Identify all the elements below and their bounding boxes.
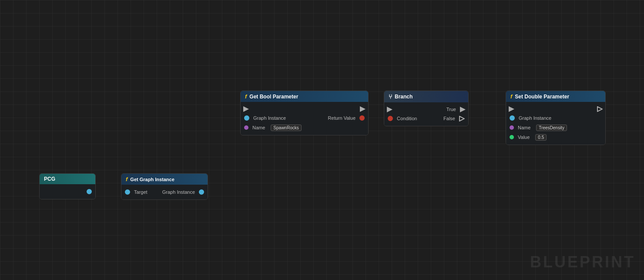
get-bool-name-value[interactable]: SpawnRocks [271, 125, 301, 131]
set-double-exec-in-icon [509, 106, 514, 112]
get-bool-return-label: Return Value [328, 115, 356, 121]
get-graph-target-label: Target [134, 189, 148, 195]
blueprint-watermark: BLUEPRINT [530, 253, 635, 271]
get-bool-return-pin[interactable] [359, 115, 365, 121]
branch-true-exec-out-icon [460, 107, 466, 112]
branch-condition-row: Condition False [384, 114, 468, 123]
get-bool-title: Get Bool Parameter [249, 94, 298, 100]
get-bool-exec-row [241, 105, 368, 113]
branch-exec-in-icon [387, 107, 392, 112]
set-double-exec-row [506, 105, 605, 113]
set-double-name-pin[interactable] [510, 125, 514, 130]
svg-marker-3 [360, 106, 366, 112]
node-set-double-parameter[interactable]: f Set Double Parameter Graph Instance Na… [506, 91, 606, 145]
node-branch[interactable]: ⑂ Branch True Condition False [384, 91, 469, 126]
get-bool-name-row: Name SpawnRocks [241, 123, 368, 132]
set-double-body: Graph Instance Name TreesDensity Value 0… [506, 102, 605, 145]
branch-true-label: True [446, 107, 456, 112]
set-double-name-label: Name [518, 125, 530, 130]
get-graph-header: f Get Graph Instance [121, 174, 208, 185]
branch-exec-row: True [384, 105, 468, 114]
set-double-graph-pin[interactable] [510, 115, 515, 121]
set-double-function-icon: f [510, 93, 512, 100]
function-icon: f [126, 176, 127, 182]
set-double-value-pin[interactable] [510, 135, 514, 139]
pcg-title: PCG [44, 176, 55, 182]
node-pcg[interactable]: PCG [39, 173, 96, 199]
get-graph-target-pin[interactable] [125, 189, 130, 195]
node-get-bool-parameter[interactable]: f Get Bool Parameter Graph Instance Retu… [240, 91, 369, 135]
get-bool-function-icon: f [245, 93, 247, 100]
svg-marker-8 [597, 107, 602, 111]
branch-header: ⑂ Branch [384, 91, 468, 102]
set-double-value-label: Value [518, 135, 530, 140]
svg-marker-4 [387, 107, 392, 112]
branch-title: Branch [395, 94, 413, 100]
get-bool-header: f Get Bool Parameter [241, 91, 368, 102]
set-double-exec-out-icon [597, 106, 603, 112]
svg-marker-7 [509, 106, 514, 112]
set-double-value-value[interactable]: 0.5 [535, 134, 547, 141]
get-bool-exec-out-icon [360, 106, 366, 112]
pcg-output-pin[interactable] [87, 189, 92, 194]
set-double-name-value[interactable]: TreesDensity [536, 125, 567, 131]
branch-condition-label: Condition [397, 116, 417, 121]
set-double-value-row: Value 0.5 [506, 132, 605, 142]
set-double-title: Set Double Parameter [515, 94, 569, 100]
get-bool-body: Graph Instance Return Value Name SpawnRo… [241, 102, 368, 135]
branch-false-exec-out-icon [459, 116, 465, 121]
svg-marker-2 [243, 106, 249, 112]
set-double-header: f Set Double Parameter [506, 91, 605, 102]
pcg-node-body [40, 184, 95, 199]
get-graph-output-label: Graph Instance [162, 189, 195, 195]
get-bool-exec-in-icon [243, 106, 249, 112]
branch-false-label: False [443, 116, 455, 121]
get-bool-graph-label: Graph Instance [253, 115, 286, 121]
svg-marker-6 [460, 116, 464, 121]
pcg-output-row [40, 187, 95, 196]
branch-body: True Condition False [384, 102, 468, 126]
node-get-graph-instance[interactable]: f Get Graph Instance Target Graph Instan… [121, 173, 208, 200]
set-double-graph-label: Graph Instance [519, 115, 551, 121]
pcg-node-header: PCG [40, 174, 95, 184]
branch-icon: ⑂ [389, 93, 392, 100]
get-graph-target-row: Target Graph Instance [121, 187, 208, 197]
get-bool-graph-instance-row: Graph Instance Return Value [241, 113, 368, 123]
svg-marker-5 [460, 107, 466, 112]
branch-condition-pin[interactable] [388, 116, 393, 121]
set-double-name-row: Name TreesDensity [506, 123, 605, 132]
get-bool-graph-in-pin[interactable] [244, 115, 249, 121]
set-double-graph-row: Graph Instance [506, 113, 605, 123]
get-bool-name-label: Name [252, 125, 265, 130]
get-graph-title: Get Graph Instance [130, 177, 174, 182]
get-graph-body: Target Graph Instance [121, 185, 208, 199]
get-graph-output-pin[interactable] [199, 189, 204, 195]
get-bool-name-pin[interactable] [244, 125, 248, 130]
